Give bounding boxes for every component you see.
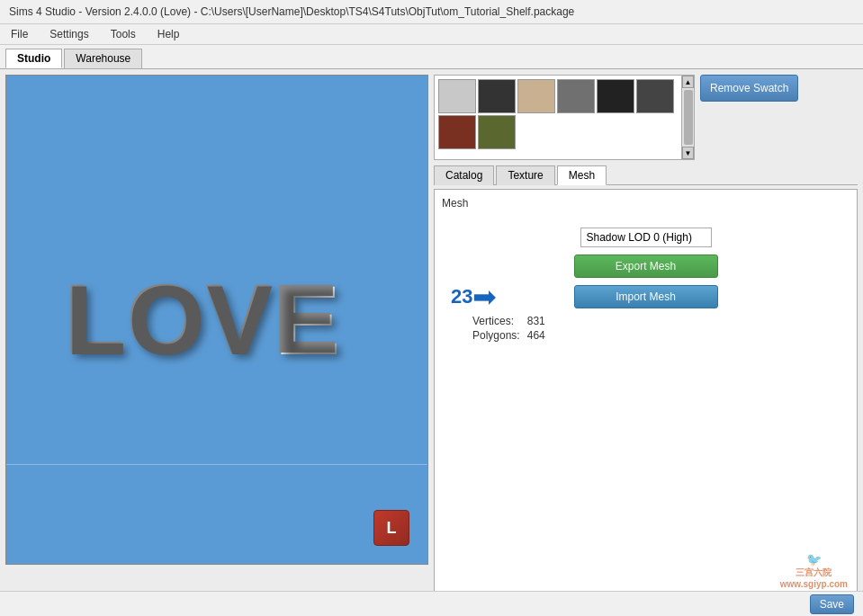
swatch-7[interactable] (478, 115, 516, 149)
right-panel: ▲ ▼ Remove Swatch Catalog Texture Mesh M… (434, 75, 858, 608)
tab-mesh[interactable]: Mesh (557, 165, 607, 185)
scroll-thumb[interactable] (684, 90, 693, 145)
menu-bar: File Settings Tools Help (0, 24, 863, 45)
letter-v: V (207, 271, 273, 370)
tab-warehouse[interactable]: Warehouse (64, 49, 142, 68)
watermark-line1: 🐦 (780, 552, 848, 567)
lod-dropdown-wrapper[interactable]: Shadow LOD 0 (High) LOD 0 (High) LOD 1 (… (580, 228, 712, 247)
viewport-3d: L O V E L (5, 75, 428, 565)
lod-dropdown[interactable]: Shadow LOD 0 (High) LOD 0 (High) LOD 1 (… (580, 228, 712, 247)
vertices-value: 831 (524, 314, 549, 328)
mesh-controls: Shadow LOD 0 (High) LOD 0 (High) LOD 1 (… (442, 219, 850, 308)
scroll-down[interactable]: ▼ (682, 147, 694, 159)
swatch-grid (435, 76, 694, 153)
main-content: L O V E L ▲ (0, 69, 863, 613)
sub-tab-bar: Catalog Texture Mesh (434, 165, 858, 185)
mesh-section-label: Mesh (442, 197, 850, 210)
mesh-panel: Mesh Shadow LOD 0 (High) LOD 0 (High) LO… (434, 189, 858, 608)
swatch-scrollbar[interactable]: ▲ ▼ (681, 76, 694, 159)
import-mesh-button[interactable]: Import Mesh (574, 285, 718, 308)
vertices-label: Vertices: (469, 314, 524, 328)
save-button[interactable]: Save (810, 594, 854, 614)
polygons-label: Polygons: (469, 328, 524, 343)
export-mesh-button[interactable]: Export Mesh (574, 254, 718, 278)
menu-help[interactable]: Help (152, 26, 185, 42)
swatch-2[interactable] (517, 79, 555, 113)
letter-o: O (128, 271, 205, 370)
letter-e: E (274, 271, 340, 370)
annotation-arrow: 23 ➡ (451, 282, 497, 311)
arrow-icon: ➡ (472, 282, 497, 311)
swatch-area: ▲ ▼ Remove Swatch (434, 75, 858, 160)
scroll-up[interactable]: ▲ (682, 76, 694, 88)
swatch-6[interactable] (438, 115, 476, 149)
import-row: 23 ➡ Import Mesh (442, 285, 850, 308)
watermark-text1: 三宫六院 (780, 567, 848, 579)
corner-icon-l: L (373, 510, 409, 546)
title-text: Sims 4 Studio - Version 2.4.0.0 (Love) -… (9, 5, 574, 18)
annotation-number: 23 (451, 285, 472, 308)
swatch-grid-container: ▲ ▼ (434, 75, 695, 160)
watermark-text2: www.sgiyp.com (780, 579, 848, 589)
swatch-3[interactable] (557, 79, 595, 113)
menu-settings[interactable]: Settings (44, 26, 94, 42)
swatch-4[interactable] (597, 79, 634, 113)
menu-file[interactable]: File (5, 26, 33, 42)
polygons-value: 464 (524, 328, 549, 343)
remove-swatch-button[interactable]: Remove Swatch (700, 75, 798, 102)
watermark: 🐦 三宫六院 www.sgiyp.com (780, 552, 848, 589)
tab-studio[interactable]: Studio (5, 49, 62, 68)
ground-line (6, 464, 427, 465)
swatch-1[interactable] (478, 79, 516, 113)
mesh-stats: Vertices: 831 Polygons: 464 (442, 314, 850, 343)
swatch-0[interactable] (438, 79, 476, 113)
top-tab-bar: Studio Warehouse (0, 45, 863, 69)
letter-l: L (66, 271, 126, 370)
swatch-5[interactable] (636, 79, 674, 113)
bottom-bar: Save (0, 591, 863, 616)
love-text-3d: L O V E (66, 271, 341, 370)
tab-catalog[interactable]: Catalog (434, 165, 494, 185)
tab-texture[interactable]: Texture (496, 165, 554, 185)
title-bar: Sims 4 Studio - Version 2.4.0.0 (Love) -… (0, 0, 863, 24)
menu-tools[interactable]: Tools (105, 26, 141, 42)
